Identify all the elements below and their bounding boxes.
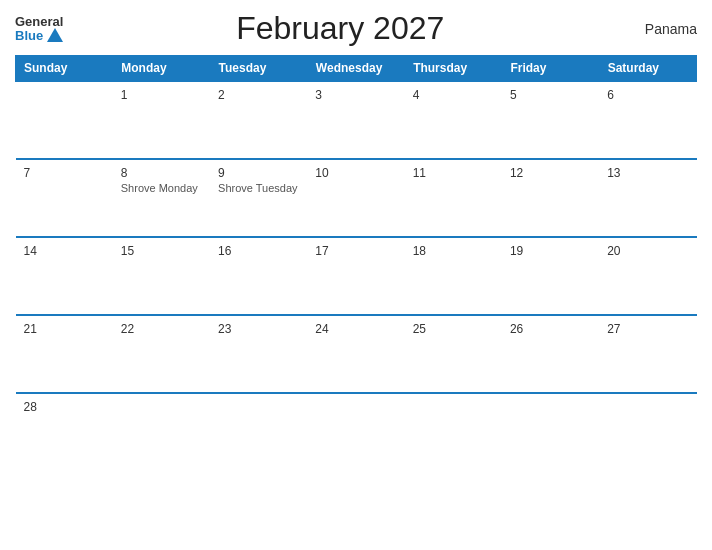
day-number: 12 bbox=[510, 166, 591, 180]
calendar-cell: 5 bbox=[502, 81, 599, 159]
day-number: 17 bbox=[315, 244, 396, 258]
day-number: 23 bbox=[218, 322, 299, 336]
day-number: 25 bbox=[413, 322, 494, 336]
calendar-cell: 21 bbox=[16, 315, 113, 393]
header-sunday: Sunday bbox=[16, 56, 113, 82]
calendar-cell: 26 bbox=[502, 315, 599, 393]
day-number: 8 bbox=[121, 166, 202, 180]
day-number: 7 bbox=[24, 166, 105, 180]
calendar-cell bbox=[210, 393, 307, 453]
calendar-cell: 4 bbox=[405, 81, 502, 159]
calendar-title: February 2027 bbox=[63, 10, 617, 47]
calendar-cell: 22 bbox=[113, 315, 210, 393]
day-number: 6 bbox=[607, 88, 688, 102]
day-number: 11 bbox=[413, 166, 494, 180]
day-number: 20 bbox=[607, 244, 688, 258]
calendar-cell: 25 bbox=[405, 315, 502, 393]
day-number: 28 bbox=[24, 400, 105, 414]
calendar-cell bbox=[502, 393, 599, 453]
calendar-cell bbox=[113, 393, 210, 453]
calendar-cell: 20 bbox=[599, 237, 696, 315]
calendar-cell: 12 bbox=[502, 159, 599, 237]
calendar-cell: 10 bbox=[307, 159, 404, 237]
calendar-cell: 11 bbox=[405, 159, 502, 237]
calendar-cell bbox=[307, 393, 404, 453]
calendar-header: General Blue February 2027 Panama bbox=[15, 10, 697, 47]
header-saturday: Saturday bbox=[599, 56, 696, 82]
calendar-table: Sunday Monday Tuesday Wednesday Thursday… bbox=[15, 55, 697, 453]
calendar-cell: 2 bbox=[210, 81, 307, 159]
calendar-cell: 8Shrove Monday bbox=[113, 159, 210, 237]
calendar-cell: 1 bbox=[113, 81, 210, 159]
day-number: 16 bbox=[218, 244, 299, 258]
day-number: 21 bbox=[24, 322, 105, 336]
week-row-3: 14151617181920 bbox=[16, 237, 697, 315]
header-tuesday: Tuesday bbox=[210, 56, 307, 82]
calendar-cell: 6 bbox=[599, 81, 696, 159]
header-thursday: Thursday bbox=[405, 56, 502, 82]
calendar-cell: 19 bbox=[502, 237, 599, 315]
day-number: 26 bbox=[510, 322, 591, 336]
logo: General Blue bbox=[15, 15, 63, 42]
day-number: 5 bbox=[510, 88, 591, 102]
day-number: 3 bbox=[315, 88, 396, 102]
day-event: Shrove Tuesday bbox=[218, 182, 299, 194]
day-number: 18 bbox=[413, 244, 494, 258]
logo-general-text: General bbox=[15, 15, 63, 28]
day-header-row: Sunday Monday Tuesday Wednesday Thursday… bbox=[16, 56, 697, 82]
header-monday: Monday bbox=[113, 56, 210, 82]
week-row-4: 21222324252627 bbox=[16, 315, 697, 393]
day-number: 9 bbox=[218, 166, 299, 180]
week-row-1: 123456 bbox=[16, 81, 697, 159]
day-number: 1 bbox=[121, 88, 202, 102]
country-label: Panama bbox=[617, 21, 697, 37]
logo-triangle-icon bbox=[47, 28, 63, 42]
calendar-cell: 18 bbox=[405, 237, 502, 315]
header-friday: Friday bbox=[502, 56, 599, 82]
calendar-cell: 24 bbox=[307, 315, 404, 393]
day-number: 15 bbox=[121, 244, 202, 258]
day-number: 14 bbox=[24, 244, 105, 258]
calendar-cell: 15 bbox=[113, 237, 210, 315]
logo-blue-text: Blue bbox=[15, 29, 43, 42]
week-row-5: 28 bbox=[16, 393, 697, 453]
day-number: 10 bbox=[315, 166, 396, 180]
day-number: 22 bbox=[121, 322, 202, 336]
day-number: 19 bbox=[510, 244, 591, 258]
calendar-cell: 17 bbox=[307, 237, 404, 315]
day-number: 27 bbox=[607, 322, 688, 336]
calendar-cell: 23 bbox=[210, 315, 307, 393]
calendar-cell bbox=[599, 393, 696, 453]
calendar-cell: 13 bbox=[599, 159, 696, 237]
day-number: 13 bbox=[607, 166, 688, 180]
day-number: 2 bbox=[218, 88, 299, 102]
calendar-cell bbox=[16, 81, 113, 159]
header-wednesday: Wednesday bbox=[307, 56, 404, 82]
day-event: Shrove Monday bbox=[121, 182, 202, 194]
calendar-cell: 16 bbox=[210, 237, 307, 315]
day-number: 24 bbox=[315, 322, 396, 336]
calendar-cell: 9Shrove Tuesday bbox=[210, 159, 307, 237]
day-number: 4 bbox=[413, 88, 494, 102]
calendar-container: General Blue February 2027 Panama Sunday… bbox=[0, 0, 712, 550]
logo-blue-row: Blue bbox=[15, 28, 63, 42]
calendar-cell: 3 bbox=[307, 81, 404, 159]
calendar-cell: 27 bbox=[599, 315, 696, 393]
calendar-cell: 14 bbox=[16, 237, 113, 315]
calendar-cell: 28 bbox=[16, 393, 113, 453]
week-row-2: 78Shrove Monday9Shrove Tuesday10111213 bbox=[16, 159, 697, 237]
calendar-cell bbox=[405, 393, 502, 453]
calendar-cell: 7 bbox=[16, 159, 113, 237]
